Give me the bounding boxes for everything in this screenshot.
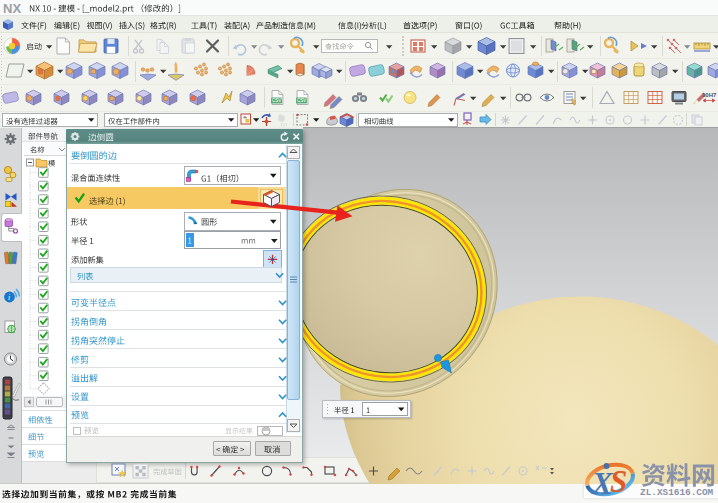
svg-text:ZL.XS1616.COM: ZL.XS1616.COM (640, 487, 714, 498)
svg-text:S: S (610, 464, 627, 499)
